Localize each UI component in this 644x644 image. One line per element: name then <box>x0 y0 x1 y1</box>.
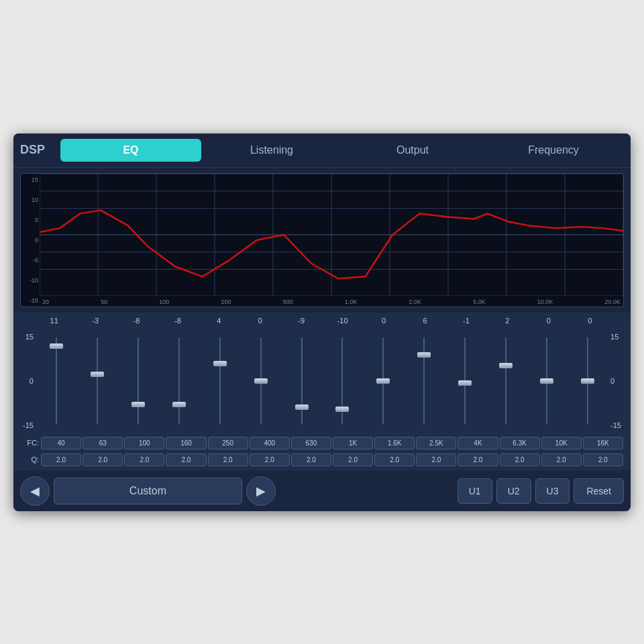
eq-y-n5: -5 <box>22 257 38 264</box>
fc-btn-1[interactable]: 63 <box>83 437 123 449</box>
slider-col-13 <box>567 327 608 435</box>
slider-track-7[interactable] <box>341 337 343 425</box>
slider-track-12[interactable] <box>546 337 547 425</box>
q-values: 2.02.02.02.02.02.02.02.02.02.02.02.02.02… <box>40 453 624 466</box>
sv-2: -8 <box>116 317 157 325</box>
fc-btn-5[interactable]: 400 <box>250 437 290 449</box>
slider-track-10[interactable] <box>464 337 466 425</box>
q-btn-0[interactable]: 2.0 <box>41 453 81 466</box>
fc-btn-4[interactable]: 250 <box>208 437 248 449</box>
scale-mid: 0 <box>23 377 34 385</box>
scale-right-low: -15 <box>610 421 621 429</box>
slider-track-13[interactable] <box>587 337 588 425</box>
slider-thumb-9[interactable] <box>417 352 431 358</box>
slider-track-8[interactable] <box>382 337 384 425</box>
q-btn-3[interactable]: 2.0 <box>166 453 206 466</box>
eq-x-50: 50 <box>101 299 107 305</box>
u3-button[interactable]: U3 <box>535 478 570 504</box>
fc-btn-11[interactable]: 6.3K <box>500 437 540 449</box>
slider-col-9 <box>404 327 445 435</box>
tab-listening[interactable]: Listening <box>201 139 342 162</box>
fc-btn-2[interactable]: 100 <box>124 437 164 449</box>
slider-thumb-4[interactable] <box>213 361 227 366</box>
sv-4: 4 <box>199 317 239 325</box>
q-btn-9[interactable]: 2.0 <box>416 453 456 466</box>
fc-btn-9[interactable]: 2.5K <box>416 437 456 449</box>
q-btn-8[interactable]: 2.0 <box>374 453 415 466</box>
next-button[interactable]: ▶ <box>246 476 276 506</box>
q-label: Q: <box>20 455 39 464</box>
slider-thumb-0[interactable] <box>50 343 63 349</box>
fc-row: FC: 40631001602504006301K1.6K2.5K4K6.3K1… <box>20 435 624 451</box>
fc-btn-8[interactable]: 1.6K <box>374 437 415 449</box>
prev-button[interactable]: ◀ <box>20 476 50 506</box>
fc-btn-6[interactable]: 630 <box>291 437 331 449</box>
slider-thumb-11[interactable] <box>499 363 513 368</box>
slider-col-4 <box>199 327 240 435</box>
fc-btn-12[interactable]: 10K <box>541 437 582 449</box>
q-btn-5[interactable]: 2.0 <box>250 453 290 466</box>
slider-col-7 <box>322 327 363 435</box>
q-btn-10[interactable]: 2.0 <box>458 453 498 466</box>
slider-thumb-12[interactable] <box>540 378 553 384</box>
q-btn-11[interactable]: 2.0 <box>500 453 540 466</box>
slider-thumb-6[interactable] <box>295 405 309 410</box>
fc-btn-10[interactable]: 4K <box>458 437 498 449</box>
slider-track-5[interactable] <box>260 337 262 425</box>
slider-col-11 <box>486 327 527 435</box>
fc-btn-7[interactable]: 1K <box>333 437 373 449</box>
slider-thumb-13[interactable] <box>581 378 594 384</box>
slider-col-1 <box>77 327 118 435</box>
slider-col-0 <box>36 327 77 435</box>
scale-right-high: 15 <box>610 333 621 341</box>
q-btn-13[interactable]: 2.0 <box>583 453 623 466</box>
reset-button[interactable]: Reset <box>574 478 624 504</box>
eq-x-1k: 1.0K <box>345 299 358 305</box>
slider-thumb-7[interactable] <box>335 407 349 412</box>
tab-frequency[interactable]: Frequency <box>483 139 624 162</box>
app-container: DSP EQ Listening Output Frequency 15 10 … <box>13 133 631 511</box>
q-btn-2[interactable]: 2.0 <box>124 453 164 466</box>
header: DSP EQ Listening Output Frequency <box>13 133 631 168</box>
slider-thumb-1[interactable] <box>91 372 104 377</box>
slider-thumb-2[interactable] <box>131 402 145 407</box>
slider-track-11[interactable] <box>505 337 506 425</box>
u2-button[interactable]: U2 <box>496 478 531 504</box>
fc-btn-13[interactable]: 16K <box>583 437 623 449</box>
slider-col-3 <box>159 327 200 435</box>
slider-track-1[interactable] <box>97 337 98 425</box>
sv-1: -3 <box>74 317 115 325</box>
bottom-controls: ◀ Custom ▶ U1 U2 U3 Reset <box>13 471 631 511</box>
q-btn-12[interactable]: 2.0 <box>541 453 582 466</box>
slider-thumb-10[interactable] <box>458 380 472 386</box>
slider-thumb-8[interactable] <box>376 378 390 384</box>
q-btn-1[interactable]: 2.0 <box>83 453 123 466</box>
slider-track-4[interactable] <box>219 337 221 425</box>
slider-thumb-3[interactable] <box>172 402 186 407</box>
slider-track-3[interactable] <box>178 337 180 425</box>
slider-track-2[interactable] <box>138 337 139 425</box>
slider-track-9[interactable] <box>423 337 425 425</box>
slider-track-6[interactable] <box>301 337 303 425</box>
eq-x-5k: 5.0K <box>473 299 486 305</box>
slider-col-5 <box>240 327 281 435</box>
fc-btn-0[interactable]: 40 <box>41 437 81 449</box>
scale-right: 15 0 -15 <box>608 327 624 435</box>
tab-eq[interactable]: EQ <box>60 139 201 162</box>
sliders-section: 11 -3 -8 -8 4 0 -9 -10 0 6 -1 2 0 0 15 0… <box>13 313 631 471</box>
eq-x-2k: 2.0K <box>409 299 421 305</box>
q-row: Q: 2.02.02.02.02.02.02.02.02.02.02.02.02… <box>20 451 624 468</box>
q-btn-7[interactable]: 2.0 <box>333 453 373 466</box>
slider-track-0[interactable] <box>56 337 57 425</box>
eq-x-200: 200 <box>221 299 231 305</box>
u1-button[interactable]: U1 <box>458 478 492 504</box>
q-btn-4[interactable]: 2.0 <box>208 453 248 466</box>
slider-col-10 <box>445 327 486 435</box>
tab-output[interactable]: Output <box>342 139 483 162</box>
sv-5: 0 <box>239 317 280 325</box>
fc-btn-3[interactable]: 160 <box>166 437 206 449</box>
slider-col-8 <box>363 327 404 435</box>
slider-values-row: 11 -3 -8 -8 4 0 -9 -10 0 6 -1 2 0 0 <box>20 315 624 326</box>
slider-thumb-5[interactable] <box>254 378 268 384</box>
q-btn-6[interactable]: 2.0 <box>291 453 331 466</box>
